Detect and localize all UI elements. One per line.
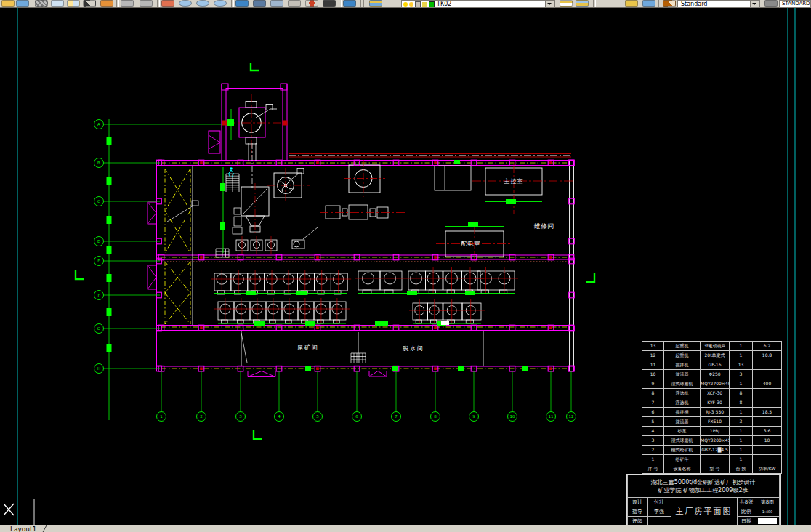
layer-previous-icon[interactable] (576, 0, 589, 7)
layout-tab-label: Layout1 (10, 525, 36, 532)
equipment-table-cell: 湿式球磨机 (664, 379, 701, 389)
bottom-rooms: 尾矿间 脱水间 (241, 331, 483, 377)
edit-icon[interactable] (100, 0, 113, 7)
ucs-cross-icon (4, 504, 14, 515)
toolbar: TK02 Standard STANDARD (0, 0, 811, 8)
axis-bubble-label: 7 (395, 414, 398, 419)
axis-bubble-label: A (97, 122, 100, 126)
equipment-table-cell (753, 417, 782, 427)
zoom-window-icon[interactable] (196, 0, 209, 7)
match-properties-icon[interactable] (83, 0, 96, 7)
equipment-table-cell: 设备名称 (664, 464, 701, 474)
layer-properties-icon[interactable] (369, 0, 382, 7)
equipment-table-cell: GF-16 (701, 360, 730, 370)
cut-icon[interactable] (35, 0, 48, 7)
equipment-table-cell: MQY2700×4000 (701, 379, 730, 389)
copy-icon[interactable] (51, 0, 64, 7)
axis-bubble-label: 11 (549, 414, 554, 419)
axis-bubble-label: 6 (355, 414, 358, 419)
text-style-icon[interactable] (663, 0, 676, 7)
pump-row (236, 236, 277, 254)
calculator-icon[interactable] (323, 0, 336, 7)
find-icon[interactable] (235, 0, 249, 7)
equipment-table-row: 5旋流器FX6103 (642, 417, 782, 427)
equipment-table-row: 序 号设备名称型 号台 数功率/KW (642, 464, 782, 474)
equipment-table-cell: 10.8 (753, 351, 782, 360)
zoom-realtime-icon[interactable] (179, 0, 192, 7)
equipment-table-cell: 旋流器 (664, 370, 701, 379)
layout-tab-edge (38, 525, 47, 532)
zoom-previous-icon[interactable] (214, 0, 227, 7)
slurry-pump (292, 227, 318, 249)
layer-lock-icon[interactable] (415, 1, 421, 7)
equipment-table-cell: 1 (730, 455, 753, 464)
text-style-dropdown-arrow[interactable] (750, 1, 759, 7)
layer-freeze-sun-icon[interactable] (409, 2, 413, 7)
sheet-number: 第8图 (756, 497, 780, 507)
undo-icon[interactable] (121, 0, 134, 7)
equipment-table-cell: KYF-30 (701, 398, 730, 408)
axis-bubble-label: C (97, 199, 100, 203)
equipment-table-cell: 13 (730, 360, 753, 370)
equipment-table-cell: 3 (730, 417, 753, 427)
equipment-table-cell: 6 (642, 408, 664, 417)
block-editor-icon[interactable] (305, 0, 318, 7)
make-layer-current-icon[interactable] (560, 0, 573, 7)
sheets-count: 共8张 (737, 497, 756, 507)
status-bar: Layout1 (0, 525, 811, 532)
equipment-table-cell: 4 (642, 427, 664, 436)
door-symbol (248, 371, 387, 377)
equipment-table-cell: MQY3200×4500 (701, 436, 730, 446)
text-style-dropdown[interactable]: Standard (677, 0, 760, 8)
equipment-table-cell: 20t单梁式 (701, 351, 730, 360)
equipment-table-cell: 12 (642, 351, 664, 360)
layer-states-icon[interactable] (625, 0, 638, 7)
layer-on-bulb-icon[interactable] (403, 2, 408, 7)
equipment-table-row: 9湿式球磨机MQY2700×40001400 (642, 379, 782, 389)
layer-dropdown[interactable]: TK02 (401, 0, 555, 8)
equipment-table-cell: 1 (730, 436, 753, 446)
axis-bubble-label: 1 (160, 414, 163, 419)
markup-icon[interactable] (288, 0, 301, 7)
toolbar-separator (658, 0, 661, 7)
axis-bubble-label: F (97, 293, 100, 297)
title-block: 湖北三鑫5000t/d金铜矿选矿厂初步设计 矿业学院 矿物加工工程2009级2班… (626, 474, 781, 528)
equipment-table-cell: 湿式球磨机 (664, 436, 701, 446)
open-file-icon[interactable] (16, 0, 29, 7)
drawing-title: 主厂房平面图 (671, 497, 738, 526)
dim-style-icon[interactable] (764, 0, 778, 7)
equipment-table-cell: 10 (753, 436, 782, 446)
equipment-table-row: 4砂泵1PBJ13.6 (642, 427, 782, 436)
axis-bubble-label: H (97, 366, 100, 371)
equipment-table-cell: 浮选机 (664, 398, 701, 408)
person-symbol (229, 167, 234, 177)
layer-plot-icon[interactable] (422, 2, 427, 7)
axis-bubble-label: 4 (278, 414, 281, 419)
design-label: 设计 (627, 497, 648, 507)
equipment-table-cell: 7 (642, 398, 664, 408)
new-file-icon[interactable] (1, 0, 15, 7)
maintenance-room-label: 维修间 (534, 222, 555, 230)
axis-bubble-label: 9 (472, 414, 475, 419)
dim-style-dropdown[interactable]: STANDARD (779, 0, 811, 8)
toolbar-separator (116, 0, 119, 7)
toolbar-separator (157, 0, 160, 7)
current-text-style: Standard (681, 1, 707, 7)
palette-icon[interactable] (253, 0, 266, 7)
layer-walk-icon[interactable] (642, 0, 655, 7)
redo-icon[interactable] (140, 0, 153, 7)
sheetset-icon[interactable] (270, 0, 283, 7)
toolbar-separator (31, 0, 33, 7)
layout-tab[interactable]: Layout1 (10, 525, 45, 532)
floor-grate (216, 249, 229, 257)
dewatering-room-label: 脱水间 (403, 345, 424, 352)
axis-bubble-label: 5 (316, 414, 319, 419)
equipment-table-cell: 3 (730, 370, 753, 379)
equipment-table-cell: 1PBJ (701, 427, 730, 436)
layer-dropdown-arrow[interactable] (545, 1, 554, 7)
pan-icon[interactable] (161, 0, 174, 7)
help-icon[interactable] (343, 0, 356, 7)
paste-icon[interactable] (67, 0, 80, 7)
equipment-table-cell: 搅拌槽 (664, 408, 701, 417)
scale-label: 比例 (737, 507, 756, 517)
